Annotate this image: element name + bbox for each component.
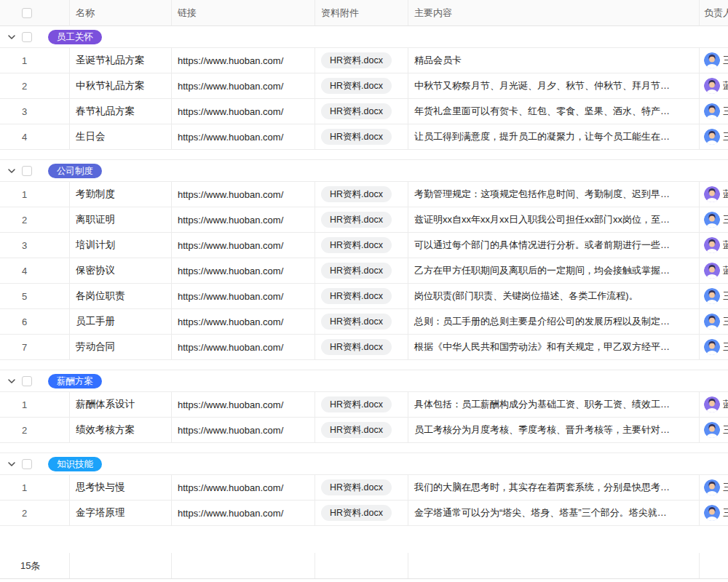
attachment-chip[interactable]: HR资料.docx: [321, 129, 392, 145]
attachment-chip[interactable]: HR资料.docx: [321, 263, 392, 279]
record-content: 可以通过每个部门的具体情况进行分析。或者前期进行一些…: [414, 239, 670, 252]
attachment-chip[interactable]: HR资料.docx: [321, 212, 392, 228]
record-link[interactable]: https://www.huoban.com/: [178, 425, 283, 436]
attachment-chip[interactable]: HR资料.docx: [321, 505, 392, 521]
record-link[interactable]: https://www.huoban.com/: [178, 132, 283, 143]
row-number: 2: [22, 215, 27, 226]
group-checkbox[interactable]: [22, 376, 32, 386]
owner-name: 三: [723, 423, 728, 436]
table-row[interactable]: 3 培训计划 https://www.huoban.com/ HR资料.docx…: [0, 233, 728, 258]
attachment-label: HR资料.docx: [330, 240, 383, 250]
records-table: 名称 链接 资料附件 主要内容 负责人 员工关怀 1 圣诞节礼品方案 https…: [0, 0, 728, 579]
chevron-down-icon[interactable]: [7, 377, 16, 386]
record-link[interactable]: https://www.huoban.com/: [178, 266, 283, 276]
attachment-chip[interactable]: HR资料.docx: [321, 237, 392, 253]
record-link[interactable]: https://www.huoban.com/: [178, 342, 283, 353]
record-name[interactable]: 保密协议: [76, 264, 115, 277]
attachment-chip[interactable]: HR资料.docx: [321, 103, 392, 119]
chevron-down-icon[interactable]: [7, 460, 16, 469]
group-badge[interactable]: 知识技能: [48, 457, 102, 471]
attachment-chip[interactable]: HR资料.docx: [321, 52, 392, 68]
record-link[interactable]: https://www.huoban.com/: [178, 482, 283, 493]
record-link[interactable]: https://www.huoban.com/: [178, 81, 283, 92]
group-header-row[interactable]: 薪酬方案: [0, 370, 728, 392]
group-header-row[interactable]: 知识技能: [0, 453, 728, 475]
table-row[interactable]: 4 生日会 https://www.huoban.com/ HR资料.docx …: [0, 124, 728, 150]
group-badge[interactable]: 公司制度: [48, 164, 102, 178]
table-row[interactable]: 3 春节礼品方案 https://www.huoban.com/ HR资料.do…: [0, 99, 728, 124]
column-header-link[interactable]: 链接: [171, 0, 314, 25]
group-checkbox[interactable]: [22, 459, 32, 469]
record-link[interactable]: https://www.huoban.com/: [178, 189, 283, 200]
record-name[interactable]: 金字塔原理: [76, 506, 125, 519]
chevron-down-icon[interactable]: [7, 33, 16, 41]
column-header-attachment[interactable]: 资料附件: [314, 0, 408, 25]
attachment-chip[interactable]: HR资料.docx: [321, 479, 392, 495]
record-link[interactable]: https://www.huoban.com/: [178, 106, 283, 117]
record-name[interactable]: 劳动合同: [76, 340, 115, 354]
table-row[interactable]: 4 保密协议 https://www.huoban.com/ HR资料.docx…: [0, 258, 728, 284]
record-link[interactable]: https://www.huoban.com/: [178, 240, 283, 251]
select-all-checkbox[interactable]: [22, 8, 32, 18]
record-name[interactable]: 培训计划: [76, 239, 115, 252]
avatar: [704, 129, 720, 145]
groups-container: 员工关怀 1 圣诞节礼品方案 https://www.huoban.com/ H…: [0, 26, 728, 526]
column-header-name[interactable]: 名称: [69, 0, 171, 25]
table-row[interactable]: 1 思考快与慢 https://www.huoban.com/ HR资料.doc…: [0, 475, 728, 501]
table-row[interactable]: 1 圣诞节礼品方案 https://www.huoban.com/ HR资料.d…: [0, 48, 728, 73]
table-row[interactable]: 1 考勤制度 https://www.huoban.com/ HR资料.docx…: [0, 182, 728, 207]
record-name[interactable]: 离职证明: [76, 213, 115, 226]
row-number: 5: [22, 291, 27, 302]
attachment-chip[interactable]: HR资料.docx: [321, 339, 392, 355]
record-name[interactable]: 思考快与慢: [76, 481, 125, 494]
group-badge[interactable]: 薪酬方案: [48, 374, 102, 388]
attachment-chip[interactable]: HR资料.docx: [321, 314, 392, 330]
record-name[interactable]: 圣诞节礼品方案: [76, 54, 145, 67]
attachment-chip[interactable]: HR资料.docx: [321, 396, 392, 412]
record-content: 总则：员工手册的总则主要是介绍公司的发展历程以及制定…: [414, 315, 670, 328]
table-row[interactable]: 2 金字塔原理 https://www.huoban.com/ HR资料.doc…: [0, 501, 728, 526]
attachment-chip[interactable]: HR资料.docx: [321, 186, 392, 202]
attachment-label: HR资料.docx: [330, 399, 383, 410]
row-number: 6: [22, 316, 27, 327]
record-name[interactable]: 各岗位职责: [76, 290, 125, 303]
table-row[interactable]: 2 中秋节礼品方案 https://www.huoban.com/ HR资料.d…: [0, 73, 728, 99]
attachment-chip[interactable]: HR资料.docx: [321, 422, 392, 438]
attachment-label: HR资料.docx: [330, 189, 383, 199]
record-link[interactable]: https://www.huoban.com/: [178, 399, 283, 410]
record-name[interactable]: 薪酬体系设计: [76, 398, 135, 411]
group-rows: 1 圣诞节礼品方案 https://www.huoban.com/ HR资料.d…: [0, 48, 728, 150]
record-name[interactable]: 中秋节礼品方案: [76, 79, 145, 92]
record-link[interactable]: https://www.huoban.com/: [178, 291, 283, 302]
record-link[interactable]: https://www.huoban.com/: [178, 55, 283, 66]
table-row[interactable]: 6 员工手册 https://www.huoban.com/ HR资料.docx…: [0, 309, 728, 335]
column-header-content[interactable]: 主要内容: [408, 0, 699, 25]
attachment-chip[interactable]: HR资料.docx: [321, 288, 392, 304]
attachment-label: HR资料.docx: [330, 425, 383, 435]
table-row[interactable]: 1 薪酬体系设计 https://www.huoban.com/ HR资料.do…: [0, 392, 728, 418]
group-header-row[interactable]: 公司制度: [0, 160, 728, 182]
group-checkbox[interactable]: [22, 166, 32, 176]
record-link[interactable]: https://www.huoban.com/: [178, 215, 283, 226]
group-badge[interactable]: 员工关怀: [48, 30, 102, 44]
table-row[interactable]: 5 各岗位职责 https://www.huoban.com/ HR资料.doc…: [0, 284, 728, 309]
group-checkbox[interactable]: [22, 32, 32, 42]
record-name[interactable]: 绩效考核方案: [76, 423, 135, 436]
record-content: 让员工得到满意度，提升员工的凝聚力，让每个员工能生在…: [414, 130, 670, 143]
owner-name: 三: [723, 315, 728, 328]
attachment-label: HR资料.docx: [330, 291, 383, 301]
record-link[interactable]: https://www.huoban.com/: [178, 508, 283, 519]
group-header-row[interactable]: 员工关怀: [0, 26, 728, 48]
owner-name: 蓝: [723, 398, 728, 411]
record-name[interactable]: 员工手册: [76, 315, 115, 328]
chevron-down-icon[interactable]: [7, 167, 16, 175]
attachment-chip[interactable]: HR资料.docx: [321, 78, 392, 94]
record-name[interactable]: 生日会: [76, 130, 106, 143]
record-link[interactable]: https://www.huoban.com/: [178, 316, 283, 327]
table-row[interactable]: 7 劳动合同 https://www.huoban.com/ HR资料.docx…: [0, 335, 728, 360]
record-name[interactable]: 考勤制度: [76, 188, 115, 201]
record-name[interactable]: 春节礼品方案: [76, 105, 135, 118]
table-row[interactable]: 2 绩效考核方案 https://www.huoban.com/ HR资料.do…: [0, 418, 728, 443]
table-row[interactable]: 2 离职证明 https://www.huoban.com/ HR资料.docx…: [0, 207, 728, 233]
column-header-owner[interactable]: 负责人: [699, 0, 728, 25]
